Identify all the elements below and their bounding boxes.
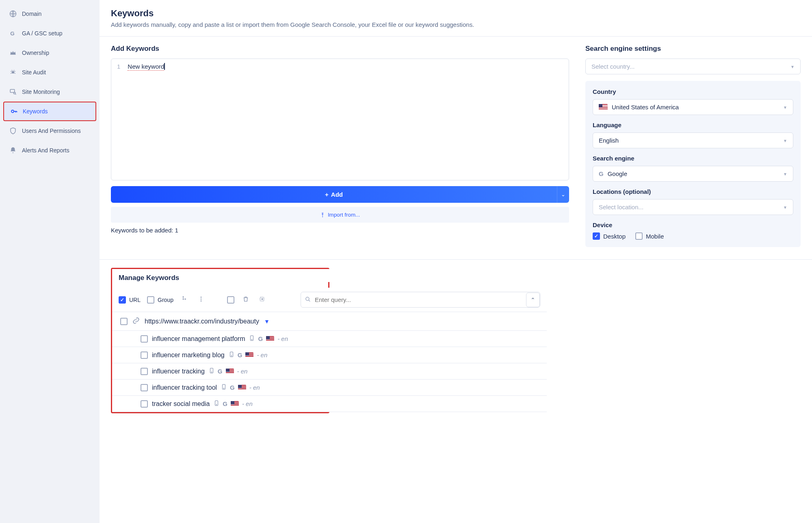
import-button[interactable]: ⭱ Import from... (111, 207, 569, 223)
mobile-icon (229, 351, 234, 359)
chevron-down-icon: ▼ (783, 205, 787, 209)
hierarchy-icon[interactable] (180, 294, 190, 305)
bell-icon (9, 146, 17, 154)
search-icon (305, 296, 311, 303)
svg-point-19 (211, 372, 212, 372)
svg-point-11 (201, 300, 202, 302)
us-flag-icon (245, 352, 253, 358)
keyword-lang: - en (257, 352, 267, 358)
url-checkbox[interactable] (119, 296, 126, 304)
keyword-row: influencer tracking tool G - en (112, 380, 547, 396)
keyword-lang: - en (242, 400, 253, 407)
upload-icon: ⭱ (320, 212, 325, 218)
keyword-editor[interactable]: 1 New keyword (111, 59, 569, 180)
svg-point-17 (231, 356, 232, 356)
sidebar-item-label: GA / GSC setup (22, 30, 63, 37)
sidebar-item-label: Site Audit (22, 69, 46, 76)
svg-rect-3 (10, 89, 15, 93)
add-keywords-title: Add Keywords (111, 45, 569, 53)
locations-placeholder: Select location... (599, 204, 643, 211)
svg-point-15 (252, 339, 252, 340)
us-flag-icon (226, 369, 234, 374)
sidebar-item-domain[interactable]: Domain (0, 4, 100, 24)
google-icon: G (218, 368, 223, 375)
url-row-checkbox[interactable] (120, 318, 128, 325)
sidebar-item-alerts[interactable]: Alerts And Reports (0, 141, 100, 160)
locations-label: Locations (optional) (593, 188, 793, 195)
page-subtitle: Add keywords manually, copy and paste a … (111, 21, 801, 28)
add-dropdown-button[interactable]: ⌄ (557, 186, 569, 203)
page-title: Keywords (111, 8, 801, 19)
sidebar-item-siteaudit[interactable]: Site Audit (0, 63, 100, 82)
more-vertical-icon[interactable] (196, 294, 206, 305)
sidebar-item-label: Users And Permissions (22, 128, 81, 134)
g-logo-icon: G (9, 29, 17, 37)
country-select[interactable]: United States of America ▼ (593, 99, 793, 115)
keyword-checkbox[interactable] (141, 368, 148, 375)
desktop-checkbox[interactable] (593, 232, 600, 240)
keyword-checkbox[interactable] (141, 352, 148, 359)
svg-point-2 (12, 71, 14, 74)
google-icon: G (230, 384, 235, 391)
engine-value: Google (608, 170, 627, 177)
svg-point-4 (14, 92, 16, 94)
svg-rect-8 (185, 299, 186, 300)
collapse-button[interactable]: ⌃ (526, 293, 540, 307)
sidebar-item-sitemonitoring[interactable]: Site Monitoring (0, 82, 100, 102)
sidebar-item-label: Site Monitoring (22, 89, 60, 95)
locations-select[interactable]: Select location... ▼ (593, 199, 793, 215)
keyword-row: influencer tracking G - en (112, 363, 547, 380)
search-input[interactable] (301, 292, 524, 307)
google-icon: G (599, 170, 604, 177)
move-icon[interactable] (257, 294, 267, 305)
sidebar-item-label: Keywords (23, 108, 48, 115)
mobile-label: Mobile (646, 233, 664, 240)
globe-icon (9, 10, 17, 18)
keyword-name: influencer tracking tool (152, 384, 217, 391)
google-icon: G (238, 352, 243, 358)
group-filter[interactable]: Group (147, 296, 173, 304)
chevron-down-icon: ▼ (783, 105, 787, 109)
device-label: Device (593, 221, 793, 228)
shield-icon (9, 127, 17, 135)
sidebar-item-label: Domain (22, 11, 41, 17)
engine-select[interactable]: G Google ▼ (593, 166, 793, 182)
keyword-checkbox[interactable] (141, 384, 148, 391)
sidebar-item-ownership[interactable]: Ownership (0, 43, 100, 63)
keyword-lang: - en (277, 335, 288, 342)
country-top-select[interactable]: Select country... ▼ (585, 59, 801, 74)
link-icon (132, 317, 140, 326)
monitor-search-icon (9, 88, 17, 96)
add-button[interactable]: + Add (111, 186, 557, 203)
line-number: 1 (117, 63, 120, 70)
group-filter-label: Group (158, 297, 173, 303)
desktop-label: Desktop (603, 233, 626, 240)
google-icon: G (223, 400, 227, 407)
language-select[interactable]: English ▼ (593, 132, 793, 148)
keyword-row: influencer management platform G - en (112, 331, 547, 347)
desktop-checkbox-wrap[interactable]: Desktop (593, 232, 626, 240)
url-filter[interactable]: URL (119, 296, 141, 304)
key-icon (10, 107, 18, 115)
language-value: English (599, 137, 619, 144)
keyword-name: influencer marketing blog (152, 352, 225, 359)
url-group-row[interactable]: https://www.traackr.com/industry/beauty … (112, 312, 547, 331)
keyword-checkbox[interactable] (141, 335, 148, 343)
add-button-label: Add (331, 191, 343, 198)
keyword-checkbox[interactable] (141, 400, 148, 408)
sidebar-item-label: Alerts And Reports (22, 147, 69, 154)
sidebar-item-keywords[interactable]: Keywords (3, 102, 96, 121)
mobile-checkbox-wrap[interactable]: Mobile (635, 232, 664, 240)
caret-down-icon[interactable]: ▼ (264, 318, 270, 325)
select-all-checkbox[interactable] (227, 296, 234, 304)
sidebar-item-gagsc[interactable]: G GA / GSC setup (0, 24, 100, 43)
chevron-up-icon: ⌃ (531, 297, 535, 303)
sidebar-item-users[interactable]: Users And Permissions (0, 121, 100, 141)
trash-icon[interactable] (241, 294, 251, 305)
manage-keywords-panel: Manage Keywords URL Group (111, 268, 329, 413)
svg-point-13 (306, 297, 309, 300)
group-checkbox[interactable] (147, 296, 154, 304)
mobile-checkbox[interactable] (635, 232, 643, 240)
mobile-icon (249, 335, 255, 343)
keyword-lang: - en (249, 384, 260, 391)
